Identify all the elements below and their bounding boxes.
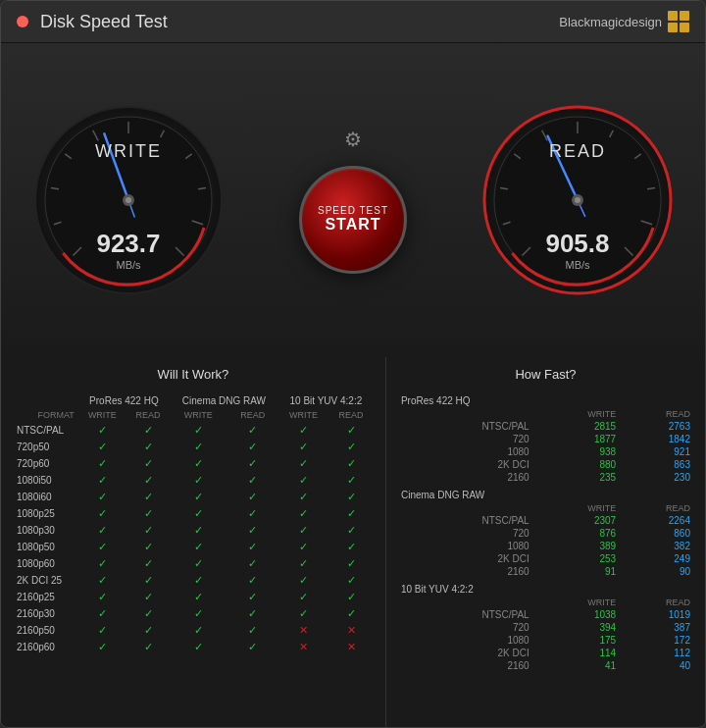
hf-row-label: 720 xyxy=(398,433,535,445)
check-icon: ✓ xyxy=(248,591,257,602)
wiw-cell: ✓ xyxy=(126,422,170,439)
cross-icon: ✕ xyxy=(347,641,356,652)
wiw-row-label: NTSC/PAL xyxy=(13,422,78,439)
hf-group-label: ProRes 422 HQ xyxy=(398,390,693,408)
hf-read-value: 921 xyxy=(619,445,693,458)
hf-group-row: ProRes 422 HQ xyxy=(398,390,693,408)
wiw-cell: ✓ xyxy=(170,555,227,572)
wiw-cell: ✓ xyxy=(328,489,374,505)
check-icon: ✓ xyxy=(98,624,107,636)
check-icon: ✓ xyxy=(194,574,203,586)
hf-read-value: 387 xyxy=(619,621,693,634)
check-icon: ✓ xyxy=(347,607,356,619)
check-icon: ✓ xyxy=(144,624,153,636)
wiw-cell: ✓ xyxy=(78,622,126,639)
check-icon: ✓ xyxy=(194,624,203,636)
hf-row: 1080938921 xyxy=(398,445,693,458)
wiw-format-label: FORMAT xyxy=(13,408,78,422)
hf-row-label: 1080 xyxy=(398,540,535,552)
hf-read-value: 172 xyxy=(619,634,693,647)
check-icon: ✓ xyxy=(144,641,153,652)
hf-row-label: NTSC/PAL xyxy=(398,514,535,527)
wiw-cell: ✓ xyxy=(170,455,227,472)
wiw-cell: ✓ xyxy=(126,605,170,622)
cross-icon: ✕ xyxy=(299,641,308,652)
hf-row-label: 1080 xyxy=(398,634,535,647)
hf-hdr-write: WRITE xyxy=(535,502,620,514)
wiw-row-label: 2160p60 xyxy=(13,639,78,655)
check-icon: ✓ xyxy=(144,607,153,619)
wiw-cell: ✕ xyxy=(328,639,374,655)
wiw-cell: ✓ xyxy=(278,589,328,605)
hf-read-value: 112 xyxy=(619,647,693,659)
wiw-cell: ✓ xyxy=(78,439,126,455)
wiw-cell: ✓ xyxy=(78,422,126,439)
check-icon: ✓ xyxy=(347,424,356,436)
wiw-cell: ✓ xyxy=(126,439,170,455)
check-icon: ✓ xyxy=(98,591,107,602)
hf-row: 21604140 xyxy=(398,659,693,672)
check-icon: ✓ xyxy=(248,624,257,636)
hf-row: 2K DCI114112 xyxy=(398,647,693,659)
title-bar: Disk Speed Test Blackmagicdesign xyxy=(1,1,705,43)
wiw-cell: ✓ xyxy=(170,422,227,439)
hf-read-value: 860 xyxy=(619,527,693,540)
wiw-cell: ✓ xyxy=(328,589,374,605)
wiw-g2-read: READ xyxy=(227,408,278,422)
hf-read-value: 249 xyxy=(619,552,693,565)
settings-icon[interactable]: ⚙ xyxy=(344,128,362,151)
wiw-cell: ✓ xyxy=(278,522,328,539)
check-icon: ✓ xyxy=(98,641,107,652)
logo-sq1 xyxy=(668,11,678,21)
wiw-row: 1080i50✓✓✓✓✓✓ xyxy=(13,472,374,489)
check-icon: ✓ xyxy=(194,424,203,436)
wiw-cell: ✓ xyxy=(328,555,374,572)
check-icon: ✓ xyxy=(98,607,107,619)
check-icon: ✓ xyxy=(248,557,257,569)
wiw-cell: ✓ xyxy=(126,539,170,555)
wiw-row: 1080i60✓✓✓✓✓✓ xyxy=(13,489,374,505)
wiw-cell: ✓ xyxy=(170,439,227,455)
wiw-cell: ✓ xyxy=(328,455,374,472)
wiw-cell: ✓ xyxy=(328,605,374,622)
wiw-cell: ✓ xyxy=(227,539,278,555)
check-icon: ✓ xyxy=(194,491,203,502)
hf-row-label: NTSC/PAL xyxy=(398,608,535,621)
wiw-cell: ✕ xyxy=(328,622,374,639)
hf-write-value: 235 xyxy=(535,471,620,484)
check-icon: ✓ xyxy=(248,524,257,536)
hf-read-value: 1842 xyxy=(619,433,693,445)
hf-write-value: 2815 xyxy=(535,420,620,433)
speed-test-button[interactable]: SPEED TEST START xyxy=(299,166,407,274)
check-icon: ✓ xyxy=(347,491,356,502)
check-icon: ✓ xyxy=(248,424,257,436)
check-icon: ✓ xyxy=(248,457,257,469)
gauges-section: WRITE 923.7 MB/s ⚙ SPEED TEST START xyxy=(1,43,705,357)
hf-read-value: 90 xyxy=(619,565,693,578)
hf-row: 2K DCI253249 xyxy=(398,552,693,565)
wiw-cell: ✓ xyxy=(126,639,170,655)
wiw-group2: Cinema DNG RAW xyxy=(170,390,278,408)
hf-row: NTSC/PAL28152763 xyxy=(398,420,693,433)
hf-title: How Fast? xyxy=(398,367,693,382)
check-icon: ✓ xyxy=(299,474,308,486)
read-label: READ xyxy=(479,141,676,162)
lower-section: Will It Work? ProRes 422 HQ Cinema DNG R… xyxy=(1,357,705,727)
wiw-cell: ✓ xyxy=(126,489,170,505)
hf-write-value: 389 xyxy=(535,540,620,552)
write-value-box: 923.7 MB/s xyxy=(30,229,227,271)
hf-table: ProRes 422 HQWRITEREADNTSC/PAL2815276372… xyxy=(398,390,693,672)
wiw-g2-write: WRITE xyxy=(170,408,227,422)
write-label: WRITE xyxy=(30,141,227,162)
app-window: Disk Speed Test Blackmagicdesign xyxy=(0,0,706,728)
check-icon: ✓ xyxy=(347,457,356,469)
wiw-row-label: 2K DCI 25 xyxy=(13,572,78,589)
wiw-row-label: 2160p30 xyxy=(13,605,78,622)
wiw-g3-write: WRITE xyxy=(278,408,328,422)
close-button[interactable] xyxy=(17,16,28,27)
hf-hdr-write: WRITE xyxy=(535,597,620,608)
check-icon: ✓ xyxy=(144,507,153,519)
brand-name: Blackmagicdesign xyxy=(559,15,662,29)
wiw-cell: ✓ xyxy=(328,539,374,555)
read-unit: MB/s xyxy=(479,259,676,271)
